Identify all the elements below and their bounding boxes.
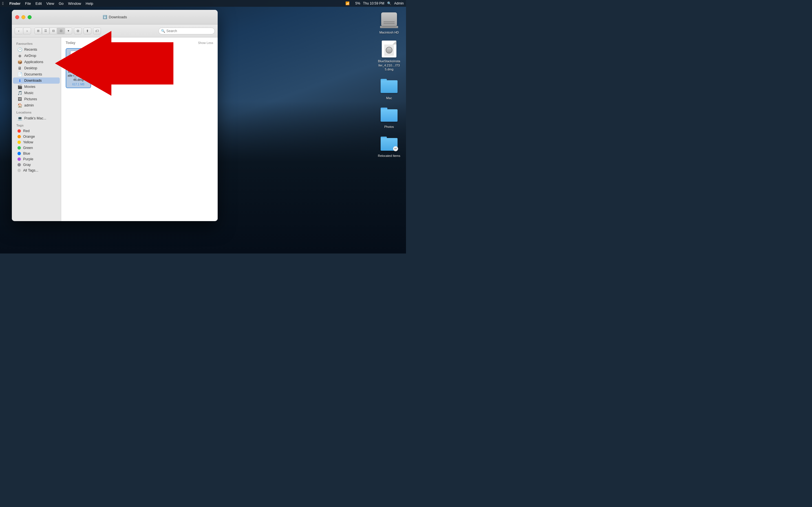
sidebar-item-all-tags[interactable]: All Tags... [13, 168, 60, 173]
sidebar-item-downloads[interactable]: ⬇ Downloads [13, 77, 60, 83]
toolbar-nav: ‹ › [15, 27, 31, 34]
pratiks-mac-icon: 💻 [17, 116, 22, 121]
red-tag-label: Red [23, 129, 30, 133]
user-label: Admin [394, 1, 404, 5]
gallery-view-button[interactable]: ⊡ [57, 27, 64, 34]
downloads-folder-icon: ⬇️ [103, 15, 107, 19]
mac-folder-icon [380, 79, 398, 93]
sidebar-item-pratiks-mac[interactable]: 💻 Pratik's Mac... [13, 115, 60, 121]
close-button[interactable] [15, 15, 19, 19]
bluestacks-icon [380, 40, 398, 58]
sidebar-item-tag-blue[interactable]: Blue [13, 151, 60, 156]
movies-label: Movies [24, 85, 36, 89]
battery-label: 5% [355, 1, 360, 5]
settings-button[interactable]: ⚙ [74, 27, 82, 34]
minimize-button[interactable] [21, 15, 26, 19]
sidebar-item-movies[interactable]: 🎬 Movies [13, 83, 60, 90]
photos-folder-icon [380, 108, 398, 122]
admin-label: admin [24, 103, 34, 107]
desktop-icon-macintosh-hd[interactable]: Macintosh HD [378, 11, 400, 34]
sidebar-item-recents[interactable]: 🕐 Recents [13, 47, 60, 53]
show-less-button[interactable]: Show Less [198, 41, 213, 45]
sidebar-item-tag-purple[interactable]: Purple [13, 156, 60, 162]
all-tags-label: All Tags... [23, 168, 38, 172]
sidebar-item-pictures[interactable]: 🖼 Pictures [13, 96, 60, 102]
go-menu[interactable]: Go [59, 1, 63, 6]
sidebar-item-tag-gray[interactable]: Gray [13, 162, 60, 168]
downloads-label: Downloads [24, 78, 42, 82]
file-menu[interactable]: File [25, 1, 31, 6]
desktop-icon-relocated[interactable]: ↩ Relocated Items [378, 135, 400, 158]
applications-icon: 📦 [17, 60, 22, 64]
sidebar-item-tag-yellow[interactable]: Yellow [13, 139, 60, 145]
file-size: 617.1 MB [72, 83, 85, 86]
dmg-corner [82, 51, 86, 55]
view-menu[interactable]: View [46, 1, 54, 6]
window-menu[interactable]: Window [68, 1, 81, 6]
sidebar-item-documents[interactable]: 📄 Documents [13, 71, 60, 77]
gray-tag-dot [17, 163, 21, 166]
search-icon[interactable]: 🔍 [387, 1, 391, 5]
column-view-button[interactable]: ⊟ [50, 27, 57, 34]
today-section-label: Today [66, 41, 75, 45]
sidebar-item-applications[interactable]: 📦 Applications [13, 59, 60, 65]
search-bar[interactable]: 🔍 [158, 27, 215, 34]
gray-tag-label: Gray [23, 163, 31, 167]
tag-button[interactable]: 🏷 [93, 27, 101, 34]
file-name: BlueStacksInstalle r_4.210....446.dmg [67, 69, 89, 82]
mac-folder-img [380, 77, 398, 95]
hd-icon-body [381, 12, 397, 26]
music-icon: 🎵 [17, 91, 22, 95]
sidebar-item-airdrop[interactable]: ⊕ AirDrop [13, 53, 60, 59]
help-menu[interactable]: Help [86, 1, 93, 6]
sidebar-item-desktop[interactable]: 🖥 Desktop [13, 65, 60, 71]
doc-icon [382, 41, 396, 57]
desktop-icon-mac[interactable]: Mac [378, 77, 400, 100]
photos-folder-label: Photos [384, 125, 394, 129]
view-options-button[interactable]: ▾ [65, 27, 72, 34]
file-item-bluestacks[interactable]: BlueStacksInstalle r_4.210....446.dmg 61… [66, 48, 91, 88]
doc-corner [393, 41, 396, 45]
window-title: ⬇️ Downloads [103, 15, 127, 19]
downloads-icon-sidebar: ⬇ [17, 78, 22, 83]
forward-button[interactable]: › [23, 27, 31, 34]
maximize-button[interactable] [28, 15, 32, 19]
finder-menu[interactable]: Finder [9, 1, 20, 6]
photos-folder-body [380, 109, 398, 122]
favourites-header: Favourites [12, 40, 61, 47]
sidebar-item-music[interactable]: 🎵 Music [13, 90, 60, 96]
sidebar-item-admin[interactable]: 🏠 admin [13, 102, 60, 108]
tags-header: Tags [12, 121, 61, 128]
finder-body: Favourites 🕐 Recents ⊕ AirDrop 📦 Applica… [12, 38, 218, 221]
desktop-icon-bluestacks[interactable]: BlueStacksInstaller_4.210....f735.dmg [378, 40, 400, 71]
orange-tag-label: Orange [23, 135, 35, 138]
sidebar-item-tag-orange[interactable]: Orange [13, 134, 60, 139]
view-buttons: ⊞ ☰ ⊟ ⊡ ▾ [35, 27, 72, 34]
apple-menu[interactable]:  [2, 1, 4, 6]
edit-menu[interactable]: Edit [36, 1, 42, 6]
relocated-folder-icon: ↩ [380, 136, 398, 151]
purple-tag-dot [17, 158, 21, 161]
dmg-disk [74, 56, 83, 65]
sidebar-item-tag-red[interactable]: Red [13, 128, 60, 134]
back-button[interactable]: ‹ [15, 27, 22, 34]
finder-window: ⬇️ Downloads ‹ › ⊞ ☰ ⊟ ⊡ ▾ ⚙ ⬆ 🏷 🔍 [12, 10, 218, 221]
sidebar-item-tag-green[interactable]: Green [13, 145, 60, 151]
relocated-badge: ↩ [393, 146, 398, 151]
admin-icon: 🏠 [17, 103, 22, 108]
menubar-left:  Finder File Edit View Go Window Help [2, 1, 93, 6]
bluestacks-icon-label: BlueStacksInstaller_4.210....f735.dmg [378, 59, 400, 71]
photos-folder-img [380, 106, 398, 124]
hd-stripe-2 [384, 23, 395, 24]
desktop-icon-photos[interactable]: Photos [378, 106, 400, 129]
dmg-disk-inner [77, 59, 80, 62]
window-controls [15, 15, 32, 19]
finder-sidebar: Favourites 🕐 Recents ⊕ AirDrop 📦 Applica… [12, 38, 61, 221]
list-view-button[interactable]: ☰ [42, 27, 49, 34]
search-input[interactable] [166, 29, 212, 33]
icon-view-button[interactable]: ⊞ [35, 27, 42, 34]
section-header-row: Today Show Less [66, 41, 213, 45]
share-button[interactable]: ⬆ [84, 27, 91, 34]
orange-tag-dot [17, 135, 21, 138]
wifi-icon[interactable]: 📶 [345, 1, 350, 5]
